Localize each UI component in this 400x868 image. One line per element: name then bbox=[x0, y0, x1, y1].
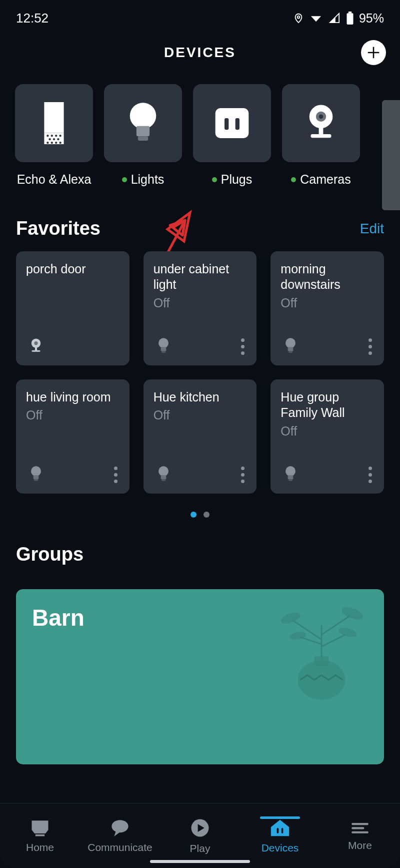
favorite-menu-button[interactable] bbox=[368, 467, 374, 483]
svg-rect-45 bbox=[288, 475, 294, 479]
category-tile bbox=[282, 84, 360, 162]
location-icon bbox=[293, 12, 304, 25]
status-time: 12:52 bbox=[16, 11, 48, 26]
category-label: Cameras bbox=[300, 172, 350, 187]
svg-point-15 bbox=[60, 142, 62, 144]
bulb-small-icon bbox=[154, 334, 174, 358]
svg-rect-39 bbox=[34, 475, 39, 479]
favorite-card-under-cabinet-light[interactable]: under cabinet light Off bbox=[144, 251, 257, 365]
battery-percent: 95% bbox=[359, 11, 384, 26]
nav-more[interactable]: More bbox=[322, 820, 398, 851]
svg-point-54 bbox=[112, 820, 128, 832]
svg-rect-1 bbox=[348, 12, 352, 13]
group-card-barn[interactable]: Barn bbox=[16, 589, 384, 764]
favorite-name: porch door bbox=[26, 261, 120, 277]
add-device-button[interactable] bbox=[361, 40, 386, 65]
battery-icon bbox=[346, 12, 354, 25]
status-dot-icon bbox=[291, 177, 296, 182]
category-label: Echo & Alexa bbox=[17, 172, 92, 187]
nav-play[interactable]: Play bbox=[162, 817, 238, 854]
nav-label: Home bbox=[26, 841, 54, 853]
bulb-icon bbox=[126, 101, 160, 146]
favorites-pager[interactable] bbox=[0, 494, 400, 523]
pager-dot[interactable] bbox=[204, 512, 210, 518]
android-home-indicator[interactable] bbox=[150, 860, 250, 863]
svg-rect-58 bbox=[352, 823, 368, 825]
category-lights[interactable]: Lights bbox=[104, 84, 182, 187]
category-row[interactable]: Echo & Alexa Lights Plugs Cameras bbox=[0, 75, 400, 187]
category-label: Plugs bbox=[221, 172, 252, 187]
page-title: DEVICES bbox=[164, 45, 236, 61]
nav-communicate[interactable]: Communicate bbox=[82, 818, 158, 853]
svg-rect-57 bbox=[282, 828, 284, 833]
home-icon bbox=[29, 818, 51, 837]
favorite-card-morning-downstairs[interactable]: morning downstairs Off bbox=[270, 251, 384, 365]
favorite-card-porch-door[interactable]: porch door bbox=[16, 251, 130, 365]
category-echo-alexa[interactable]: Echo & Alexa bbox=[15, 84, 93, 187]
favorite-name: under cabinet light bbox=[154, 261, 247, 293]
category-tile bbox=[193, 84, 271, 162]
svg-point-11 bbox=[57, 138, 59, 140]
favorites-edit-button[interactable]: Edit bbox=[360, 221, 384, 237]
pager-dot-active[interactable] bbox=[190, 512, 196, 518]
svg-rect-21 bbox=[236, 118, 240, 130]
category-label-row: Plugs bbox=[212, 172, 252, 187]
plug-icon bbox=[212, 103, 252, 143]
nav-home[interactable]: Home bbox=[2, 818, 78, 853]
bulb-small-icon bbox=[280, 463, 300, 487]
svg-point-10 bbox=[53, 138, 55, 140]
scroll-peek[interactable] bbox=[382, 100, 400, 210]
svg-point-29 bbox=[34, 341, 38, 345]
favorites-title: Favorites bbox=[16, 218, 100, 239]
bulb-small-icon bbox=[280, 334, 300, 358]
category-label-row: Echo & Alexa bbox=[17, 172, 92, 187]
header: DEVICES bbox=[0, 30, 400, 75]
favorite-menu-button[interactable] bbox=[114, 467, 120, 483]
status-dot-icon bbox=[122, 177, 127, 182]
svg-point-16 bbox=[130, 103, 156, 129]
svg-point-24 bbox=[319, 115, 324, 119]
svg-point-13 bbox=[51, 142, 53, 144]
svg-rect-31 bbox=[32, 350, 40, 352]
favorite-state: Off bbox=[280, 296, 374, 310]
svg-rect-36 bbox=[288, 347, 294, 351]
svg-rect-30 bbox=[35, 347, 37, 350]
svg-rect-18 bbox=[138, 136, 148, 141]
favorite-name: Hue kitchen bbox=[154, 389, 247, 405]
svg-rect-3 bbox=[44, 102, 64, 133]
favorite-menu-button[interactable] bbox=[368, 338, 374, 355]
more-icon bbox=[350, 820, 370, 835]
status-dot-icon bbox=[212, 177, 217, 182]
favorite-card-hue-group-family-wall[interactable]: Hue group Family Wall Off bbox=[270, 379, 384, 494]
favorite-card-hue-living-room[interactable]: hue living room Off bbox=[16, 379, 130, 494]
svg-rect-59 bbox=[352, 827, 364, 829]
status-bar: 12:52 95% bbox=[0, 0, 400, 30]
wifi-icon bbox=[309, 13, 323, 24]
svg-rect-26 bbox=[311, 134, 332, 138]
nav-devices[interactable]: Devices bbox=[242, 818, 318, 854]
svg-point-12 bbox=[46, 142, 48, 144]
category-label: Lights bbox=[131, 172, 164, 187]
svg-point-51 bbox=[298, 660, 346, 700]
svg-point-38 bbox=[31, 466, 41, 476]
groups-title: Groups bbox=[16, 544, 84, 565]
favorite-card-hue-kitchen[interactable]: Hue kitchen Off bbox=[144, 379, 257, 494]
svg-point-35 bbox=[286, 338, 296, 348]
favorite-menu-button[interactable] bbox=[241, 338, 246, 355]
svg-rect-52 bbox=[314, 656, 329, 666]
svg-rect-56 bbox=[277, 828, 279, 833]
favorite-menu-button[interactable] bbox=[241, 467, 246, 483]
svg-point-8 bbox=[60, 135, 62, 137]
category-plugs[interactable]: Plugs bbox=[193, 84, 271, 187]
svg-rect-34 bbox=[162, 351, 166, 352]
nav-label: Communicate bbox=[88, 841, 152, 853]
svg-point-0 bbox=[298, 16, 300, 19]
favorite-name: Hue group Family Wall bbox=[280, 389, 374, 421]
groups-header: Groups bbox=[0, 523, 400, 577]
svg-rect-33 bbox=[160, 347, 166, 351]
svg-rect-37 bbox=[288, 351, 292, 352]
plus-icon bbox=[366, 45, 381, 60]
category-cameras[interactable]: Cameras bbox=[282, 84, 360, 187]
svg-point-9 bbox=[49, 138, 51, 140]
svg-rect-17 bbox=[136, 126, 150, 136]
